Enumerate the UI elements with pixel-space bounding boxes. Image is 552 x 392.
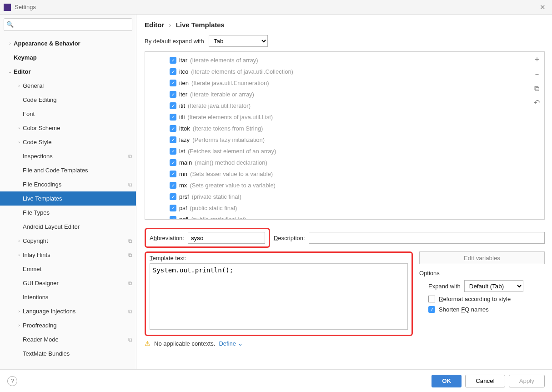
expand-with-select[interactable]: Default (Tab) xyxy=(464,280,523,292)
template-checkbox[interactable]: ✓ xyxy=(170,91,176,98)
template-checkbox[interactable]: ✓ xyxy=(170,193,176,200)
template-row[interactable]: ✓prsf(private static final) xyxy=(145,191,529,202)
sidebar-item-font[interactable]: Font xyxy=(0,107,136,121)
template-checkbox[interactable]: ✓ xyxy=(170,102,176,109)
cancel-button[interactable]: Cancel xyxy=(465,375,505,387)
template-list-container: ✓itar(Iterate elements of array)✓itco(It… xyxy=(145,51,545,220)
template-checkbox[interactable]: ✓ xyxy=(170,205,176,211)
settings-tree[interactable]: ›Appearance & BehaviorKeymap⌄Editor›Gene… xyxy=(0,35,136,369)
template-list[interactable]: ✓itar(Iterate elements of array)✓itco(It… xyxy=(145,52,529,219)
shorten-fq-checkbox[interactable]: ✓ xyxy=(428,306,435,313)
sidebar-item-intentions[interactable]: Intentions xyxy=(0,290,136,304)
sidebar-item-live-templates[interactable]: Live Templates xyxy=(0,191,136,206)
ok-button[interactable]: OK xyxy=(432,375,462,387)
sidebar-item-label: Color Scheme xyxy=(23,125,132,131)
sidebar-item-emmet[interactable]: Emmet xyxy=(0,262,136,276)
template-checkbox[interactable]: ✓ xyxy=(170,216,176,219)
template-checkbox[interactable]: ✓ xyxy=(170,114,176,121)
sidebar-item-label: General xyxy=(23,82,132,89)
copy-icon[interactable]: ⧉ xyxy=(534,85,539,93)
breadcrumb-parent[interactable]: Editor xyxy=(145,21,164,29)
template-desc: (Fetches last element of an array) xyxy=(188,148,276,155)
sidebar-item-color-scheme[interactable]: ›Color Scheme xyxy=(0,121,136,135)
app-icon xyxy=(4,4,11,11)
template-checkbox[interactable]: ✓ xyxy=(170,80,176,86)
sidebar-item-code-editing[interactable]: Code Editing xyxy=(0,93,136,107)
shorten-fq-label: Shorten FQ names xyxy=(439,306,489,313)
description-input[interactable] xyxy=(309,232,545,244)
template-row[interactable]: ✓lazy(Performs lazy initialization) xyxy=(145,134,529,146)
define-link[interactable]: Define ⌄ xyxy=(219,340,242,347)
template-checkbox[interactable]: ✓ xyxy=(170,57,176,64)
template-checkbox[interactable]: ✓ xyxy=(170,68,176,75)
sidebar-item-proofreading[interactable]: ›Proofreading xyxy=(0,318,136,332)
settings-search-input[interactable] xyxy=(4,18,132,31)
template-row[interactable]: ✓main(main() method declaration) xyxy=(145,157,529,168)
template-text-input[interactable]: System.out.println(); xyxy=(150,263,408,330)
project-scope-icon: ⧉ xyxy=(128,238,132,244)
sidebar-item-code-style[interactable]: ›Code Style xyxy=(0,135,136,149)
main-panel: Editor › Live Templates By default expan… xyxy=(136,15,552,369)
sidebar-item-label: File Types xyxy=(23,209,132,216)
project-scope-icon: ⧉ xyxy=(128,153,132,160)
template-row[interactable]: ✓mn(Sets lesser value to a variable) xyxy=(145,168,529,180)
template-name: ittok xyxy=(179,125,190,132)
sidebar-item-file-types[interactable]: File Types xyxy=(0,206,136,220)
edit-variables-button[interactable]: Edit variables xyxy=(419,251,545,264)
close-icon[interactable]: ✕ xyxy=(537,3,548,11)
sidebar-item-general[interactable]: ›General xyxy=(0,79,136,93)
template-row[interactable]: ✓itco(Iterate elements of java.util.Coll… xyxy=(145,66,529,77)
template-row[interactable]: ✓itar(Iterate elements of array) xyxy=(145,55,529,66)
expand-arrow-icon: › xyxy=(15,309,23,314)
reformat-checkbox[interactable] xyxy=(428,296,435,302)
template-checkbox[interactable]: ✓ xyxy=(170,148,176,155)
remove-icon[interactable]: － xyxy=(533,70,541,79)
template-desc: (Iterate elements of java.util.Collectio… xyxy=(191,68,293,75)
sidebar-item-copyright[interactable]: ›Copyright⧉ xyxy=(0,234,136,248)
template-checkbox[interactable]: ✓ xyxy=(170,136,176,143)
template-desc: (Iterate elements of array) xyxy=(190,57,258,64)
sidebar-item-textmate-bundles[interactable]: TextMate Bundles xyxy=(0,347,136,361)
sidebar-item-label: Editor xyxy=(14,68,132,75)
help-icon[interactable]: ? xyxy=(7,376,17,386)
template-row[interactable]: ✓iten(Iterate java.util.Enumeration) xyxy=(145,77,529,89)
sidebar-item-keymap[interactable]: Keymap xyxy=(0,50,136,65)
sidebar-item-label: Proofreading xyxy=(23,322,132,329)
sidebar-item-file-and-code-templates[interactable]: File and Code Templates xyxy=(0,163,136,177)
sidebar-item-file-encodings[interactable]: File Encodings⧉ xyxy=(0,177,136,191)
template-checkbox[interactable]: ✓ xyxy=(170,182,176,189)
expand-default-select[interactable]: Tab xyxy=(209,35,268,47)
template-row[interactable]: ✓mx(Sets greater value to a variable) xyxy=(145,180,529,191)
sidebar-item-appearance-behavior[interactable]: ›Appearance & Behavior xyxy=(0,36,136,50)
template-row[interactable]: ✓itli(Iterate elements of java.util.List… xyxy=(145,111,529,123)
template-row[interactable]: ✓iter(Iterate Iterable or array) xyxy=(145,89,529,100)
sidebar-item-editor[interactable]: ⌄Editor xyxy=(0,65,136,79)
template-name: prsf xyxy=(179,193,189,200)
template-row[interactable]: ✓itit(Iterate java.util.Iterator) xyxy=(145,100,529,111)
expand-arrow-icon: ⌄ xyxy=(6,69,14,74)
template-name: psfi xyxy=(179,216,188,219)
sidebar-item-language-injections[interactable]: ›Language Injections⧉ xyxy=(0,304,136,318)
template-checkbox[interactable]: ✓ xyxy=(170,171,176,177)
expand-arrow-icon: › xyxy=(15,140,23,145)
sidebar-item-reader-mode[interactable]: Reader Mode⧉ xyxy=(0,332,136,347)
abbreviation-input[interactable] xyxy=(188,232,265,244)
template-checkbox[interactable]: ✓ xyxy=(170,159,176,166)
revert-icon[interactable]: ↶ xyxy=(534,98,540,107)
sidebar-item-android-layout-editor[interactable]: Android Layout Editor xyxy=(0,220,136,234)
breadcrumb: Editor › Live Templates xyxy=(145,21,545,29)
apply-button[interactable]: Apply xyxy=(509,375,545,387)
expand-arrow-icon: › xyxy=(15,238,23,243)
template-row[interactable]: ✓lst(Fetches last element of an array) xyxy=(145,146,529,157)
sidebar-item-gui-designer[interactable]: GUI Designer⧉ xyxy=(0,276,136,290)
template-row[interactable]: ✓ittok(Iterate tokens from String) xyxy=(145,123,529,134)
template-row[interactable]: ✓psf(public static final) xyxy=(145,202,529,214)
sidebar-item-inlay-hints[interactable]: ›Inlay Hints⧉ xyxy=(0,248,136,262)
template-checkbox[interactable]: ✓ xyxy=(170,125,176,132)
sidebar-item-label: Android Layout Editor xyxy=(23,223,132,230)
add-icon[interactable]: ＋ xyxy=(533,55,541,64)
sidebar-item-label: Keymap xyxy=(14,54,132,61)
template-row[interactable]: ✓psfi(public static final int) xyxy=(145,214,529,219)
sidebar-item-inspections[interactable]: Inspections⧉ xyxy=(0,149,136,163)
breadcrumb-current: Live Templates xyxy=(176,21,225,29)
